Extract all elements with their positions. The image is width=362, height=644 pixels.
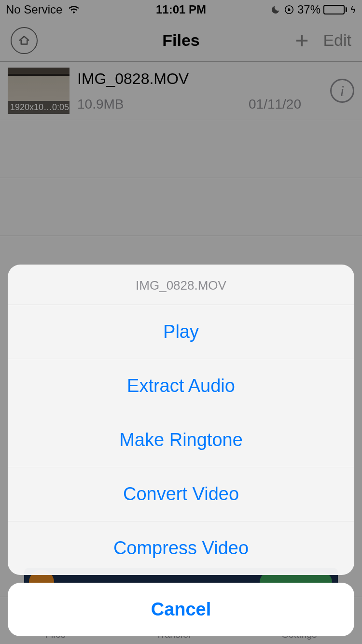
action-convert-video[interactable]: Convert Video [8, 467, 354, 521]
cancel-button[interactable]: Cancel [8, 583, 354, 636]
action-sheet: IMG_0828.MOV Play Extract Audio Make Rin… [8, 265, 354, 636]
action-extract-audio[interactable]: Extract Audio [8, 359, 354, 413]
action-make-ringtone[interactable]: Make Ringtone [8, 413, 354, 467]
sheet-title: IMG_0828.MOV [8, 265, 354, 305]
action-play[interactable]: Play [8, 305, 354, 359]
action-compress-video[interactable]: Compress Video [8, 521, 354, 575]
